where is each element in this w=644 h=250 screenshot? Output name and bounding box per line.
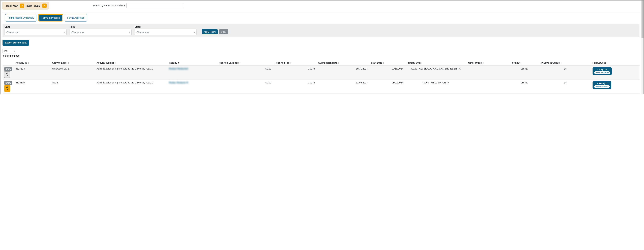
cell-days-in-queue: 18 (540, 66, 591, 80)
fiscal-year-prev-button[interactable]: < (20, 4, 24, 8)
col-faculty[interactable]: Faculty▲▼ (167, 60, 216, 66)
col-primary-unit[interactable]: Primary Unit▲▼ (405, 60, 466, 66)
cell-submission-date: 10/31/2024 (317, 66, 370, 80)
col-form-id[interactable]: Form ID▲▼ (509, 60, 540, 66)
tab-highlight: Forms in Process (38, 14, 63, 22)
col-submission-date[interactable]: Submission Date▲▼ (317, 60, 370, 66)
table-row: Show 🏷 2 8828336 Nov 1 Administration of… (2, 80, 640, 93)
filter-state-label: State: (134, 26, 196, 28)
filter-state-value: Choose any (136, 31, 149, 34)
cell-submission-date: 11/05/2024 (317, 80, 370, 93)
cell-activity-types: Administration of a grant outside the Un… (95, 66, 167, 80)
search-label: Search by Name or UCPath ID: (92, 4, 125, 7)
sort-icon: ▲▼ (68, 62, 69, 64)
vertical-scrollbar[interactable] (642, 1, 644, 94)
tag-icon: 🏷 (6, 86, 8, 88)
fiscal-year-label: Fiscal Year: (4, 4, 18, 7)
cell-activity-label: Halloween Cat 1 (50, 66, 95, 80)
cell-other-units (466, 66, 509, 80)
col-reported-hrs[interactable]: Reported Hrs▲▼ (273, 60, 317, 66)
cell-start-date: 11/01/2024 (370, 80, 405, 93)
cell-reported-earnings: $0.00 (216, 80, 273, 93)
sort-icon: ▲▼ (290, 62, 292, 64)
cell-activity-types: Administration of a grant outside the Un… (95, 80, 167, 93)
scrollbar-thumb[interactable] (642, 1, 644, 38)
reviewer-pill: Dean Reviewer (594, 71, 610, 74)
filter-form-value: Choose any (72, 31, 84, 34)
chevron-down-icon: ▾ (64, 31, 65, 33)
page-size-value: 100 (4, 50, 8, 52)
data-table: Activity ID▲▼ Activity Label▲▼ Activity … (2, 60, 640, 93)
clear-filters-button[interactable]: Clear (219, 29, 228, 34)
cell-faculty: Redact Redacted (169, 67, 188, 70)
cell-reported-hrs: 0.00 hr (273, 80, 317, 93)
col-activity-id[interactable]: Activity ID▲▼ (14, 60, 50, 66)
search-input[interactable] (126, 3, 184, 8)
col-reported-earnings[interactable]: Reported Earnings▲▼ (216, 60, 273, 66)
sort-icon: ▲▼ (383, 62, 384, 64)
cell-start-date: 10/15/2024 (370, 66, 405, 80)
chevron-down-icon: ▾ (14, 50, 15, 52)
col-activity-types[interactable]: Activity Type(s)▲▼ (95, 60, 167, 66)
col-other-units[interactable]: Other Unit(s)▲▼ (466, 60, 509, 66)
tabs: Forms Needs My Review Forms in Process F… (0, 14, 642, 24)
cell-primary-unit: 30020 - AG: BIOLOGICAL & AG ENGINEERING (405, 66, 466, 80)
entries-per-page-label: entries per page (2, 54, 20, 57)
cell-faculty: Redac Redacte R (169, 81, 188, 84)
category-label: Category I (597, 82, 606, 85)
sort-icon: ▲▼ (483, 62, 484, 64)
tab-forms-approved[interactable]: Forms Approved (65, 14, 87, 22)
sort-icon: ▲▼ (178, 62, 179, 64)
sort-icon: ▲▼ (114, 62, 116, 64)
fiscal-year-next-button[interactable]: > (42, 4, 46, 8)
col-days-in-queue[interactable]: # Days in Queue▲▼ (540, 60, 591, 66)
cell-form-id: 136317 (509, 66, 540, 80)
page-size-select[interactable]: 100 ▾ (2, 49, 16, 53)
show-button[interactable]: Show (4, 67, 12, 71)
cell-activity-label: Nov 1 (50, 80, 95, 93)
reviewer-pill: Dept Reviewer (594, 85, 610, 88)
tab-forms-in-process[interactable]: Forms in Process (39, 15, 62, 21)
table-row: Show 🏷 0 8827613 Halloween Cat 1 Adminis… (2, 66, 640, 80)
notes-button[interactable]: 🏷 0 (4, 71, 10, 78)
sort-icon: ▲▼ (560, 62, 562, 64)
col-actions (2, 60, 14, 66)
fiscal-year-value: 2024 - 2025 (26, 4, 41, 7)
fiscal-year-picker: Fiscal Year: < 2024 - 2025 > (2, 2, 49, 10)
cell-other-units (466, 80, 509, 93)
divider (2, 12, 640, 13)
apply-filters-button[interactable]: Apply Filters (202, 29, 218, 34)
sort-icon: ▲▼ (421, 62, 422, 64)
sort-icon: ▲▼ (520, 62, 522, 64)
notes-button[interactable]: 🏷 2 (4, 85, 10, 92)
cell-activity-id: 8828336 (14, 80, 50, 93)
col-start-date[interactable]: Start Date▲▼ (370, 60, 405, 66)
sort-icon: ▲▼ (239, 62, 241, 64)
show-button[interactable]: Show (4, 81, 12, 85)
filter-form-select[interactable]: Choose any ▾ (70, 29, 132, 35)
notes-count: 0 (7, 75, 8, 77)
filters-bar: Unit: Choose one ▾ Form: Choose any ▾ St… (2, 24, 640, 37)
filter-unit-select[interactable]: Choose one ▾ (4, 29, 66, 35)
sort-icon: ▲▼ (338, 62, 340, 64)
export-current-data-button[interactable]: Export current data (2, 40, 29, 46)
filter-unit-value: Choose one (6, 31, 19, 34)
cell-form-id: 136350 (509, 80, 540, 93)
cell-days-in-queue: 14 (540, 80, 591, 93)
form-queue-button[interactable]: Category I Dept Reviewer (592, 81, 611, 89)
tag-icon: 🏷 (6, 72, 8, 74)
chevron-down-icon: ▾ (194, 31, 195, 33)
cell-reported-earnings: $0.00 (216, 66, 273, 80)
sort-icon: ▲▼ (28, 62, 29, 64)
cell-primary-unit: 49060 - MED: SURGERY (405, 80, 466, 93)
cell-activity-id: 8827613 (14, 66, 50, 80)
cell-reported-hrs: 0.00 hr (273, 66, 317, 80)
filter-state-select[interactable]: Choose any ▾ (134, 29, 196, 35)
form-queue-button[interactable]: Category I Dean Reviewer (592, 67, 612, 75)
chevron-down-icon: ▾ (129, 31, 130, 33)
category-label: Category I (598, 68, 606, 71)
tab-needs-my-review[interactable]: Forms Needs My Review (5, 14, 36, 22)
notes-count: 2 (7, 88, 8, 91)
col-activity-label[interactable]: Activity Label▲▼ (50, 60, 95, 66)
col-form-queue: Form/Queue (591, 60, 640, 66)
